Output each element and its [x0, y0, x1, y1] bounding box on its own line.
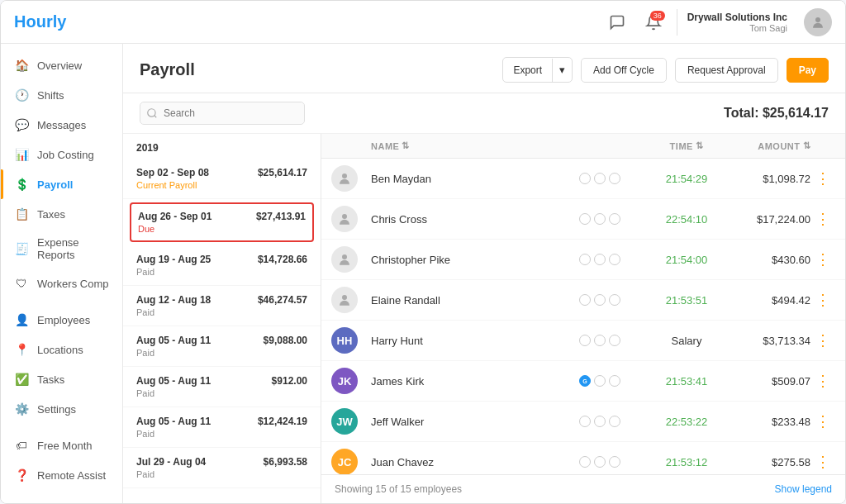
table-row[interactable]: Christopher Pike21:54:00$430.60⋮ — [321, 240, 845, 280]
employee-dot[interactable] — [579, 213, 591, 225]
add-off-cycle-button[interactable]: Add Off Cycle — [581, 58, 667, 83]
employee-dot[interactable] — [594, 335, 606, 346]
sidebar-item-payroll[interactable]: 💲 Payroll — [1, 169, 122, 199]
search-input[interactable] — [140, 102, 305, 125]
sort-name-icon[interactable]: ⇅ — [402, 140, 410, 151]
payroll-period-5[interactable]: Aug 05 - Aug 11 Paid $9,088.00 — [123, 326, 321, 367]
employee-dot[interactable] — [594, 254, 606, 265]
table-row[interactable]: JCJuan Chavez21:53:12$275.58⋮ — [321, 442, 845, 474]
employee-time: 21:53:51 — [645, 294, 728, 307]
export-label[interactable]: Export — [503, 59, 553, 82]
payroll-period-6[interactable]: Aug 05 - Aug 11 Paid $912.00 — [123, 367, 321, 407]
sidebar-item-employees[interactable]: 👤 Employees — [1, 305, 122, 335]
payroll-period-1[interactable]: Sep 02 - Sep 08 Current Payroll $25,614.… — [123, 159, 321, 199]
table-row[interactable]: JWJeff Walker22:53:22$233.48⋮ — [321, 402, 845, 442]
employee-dot[interactable] — [609, 335, 620, 346]
employee-dot[interactable] — [579, 254, 591, 265]
sidebar-item-expense-reports[interactable]: 🧾 Expense Reports — [1, 229, 122, 269]
export-caret-icon[interactable]: ▾ — [553, 58, 572, 82]
sidebar-item-free-month[interactable]: 🏷 Free Month — [1, 430, 122, 460]
employee-avatar: HH — [331, 327, 358, 354]
sidebar-item-messages[interactable]: 💬 Messages — [1, 110, 122, 140]
sidebar-label-overview: Overview — [37, 59, 82, 72]
employee-dot[interactable] — [579, 294, 591, 306]
sidebar-gap2 — [1, 424, 122, 430]
payroll-date-1: Sep 02 - Sep 08 — [136, 167, 209, 178]
table-row[interactable]: Chris Cross22:54:10$17,224.00⋮ — [321, 199, 845, 240]
payroll-date-2: Aug 26 - Sep 01 — [138, 211, 212, 222]
employee-dot[interactable] — [594, 375, 606, 387]
employee-dot[interactable] — [579, 416, 591, 427]
expense-icon: 🧾 — [14, 241, 29, 256]
user-avatar[interactable] — [804, 8, 832, 36]
employee-menu-icon[interactable]: ⋮ — [810, 210, 835, 228]
employee-time: 21:54:00 — [645, 254, 728, 266]
payroll-period-2[interactable]: Aug 26 - Sep 01 Due $27,413.91 — [130, 202, 314, 242]
employee-menu-icon[interactable]: ⋮ — [810, 169, 835, 188]
table-row[interactable]: Ben Maydan21:54:29$1,098.72⋮ — [321, 159, 845, 199]
employee-dot[interactable] — [579, 335, 591, 346]
table-body: Ben Maydan21:54:29$1,098.72⋮Chris Cross2… — [321, 159, 845, 474]
sidebar-item-locations[interactable]: 📍 Locations — [1, 335, 122, 364]
payroll-period-7[interactable]: Aug 05 - Aug 11 Paid $12,424.19 — [123, 407, 321, 448]
employee-menu-icon[interactable]: ⋮ — [810, 291, 835, 309]
payroll-status-7: Paid — [136, 429, 211, 439]
employee-menu-icon[interactable]: ⋮ — [810, 372, 835, 390]
employee-dot[interactable] — [609, 375, 620, 387]
sidebar-item-remote-assist[interactable]: ❓ Remote Assist — [1, 460, 122, 490]
sidebar-item-overview[interactable]: 🏠 Overview — [1, 50, 122, 80]
payroll-date-6: Aug 05 - Aug 11 — [136, 375, 211, 387]
employee-dots — [579, 456, 645, 468]
pay-button[interactable]: Pay — [787, 58, 829, 83]
location-icon: 📍 — [14, 342, 29, 357]
employee-menu-icon[interactable]: ⋮ — [810, 331, 835, 349]
sidebar-item-shifts[interactable]: 🕐 Shifts — [1, 80, 122, 110]
shield-icon: 🛡 — [14, 276, 29, 291]
employee-time: 22:54:10 — [645, 213, 728, 226]
employee-dots — [579, 173, 645, 184]
sort-amount-icon[interactable]: ⇅ — [803, 140, 811, 151]
employee-dot[interactable] — [594, 294, 606, 306]
sidebar-item-tasks[interactable]: ✅ Tasks — [1, 364, 122, 394]
payroll-amount-3: $14,728.66 — [258, 254, 307, 265]
payroll-period-4[interactable]: Aug 12 - Aug 18 Paid $46,274.57 — [123, 286, 321, 326]
request-approval-button[interactable]: Request Approval — [675, 58, 778, 83]
employee-dot[interactable]: G — [579, 375, 591, 387]
sidebar-item-settings[interactable]: ⚙️ Settings — [1, 394, 122, 424]
employee-menu-icon[interactable]: ⋮ — [810, 453, 835, 471]
employee-menu-icon[interactable]: ⋮ — [810, 412, 835, 430]
employee-dots — [579, 294, 645, 306]
company-name: Drywall Solutions Inc — [687, 12, 787, 23]
sidebar-item-workers-comp[interactable]: 🛡 Workers Comp — [1, 269, 122, 298]
notification-icon[interactable]: 36 — [640, 9, 667, 36]
employee-dot[interactable] — [609, 213, 620, 225]
table-row[interactable]: Elaine Randall21:53:51$494.42⋮ — [321, 280, 845, 321]
employee-dot[interactable] — [579, 173, 591, 184]
sort-time-icon[interactable]: ⇅ — [696, 140, 704, 151]
employee-dot[interactable] — [609, 416, 620, 427]
employee-dot[interactable] — [579, 456, 591, 468]
employee-name: Harry Hunt — [371, 335, 579, 347]
employee-dot[interactable] — [594, 456, 606, 468]
employee-dot[interactable] — [609, 456, 620, 468]
table-row[interactable]: JKJames KirkG21:53:41$509.07⋮ — [321, 361, 845, 402]
svg-point-6 — [342, 295, 347, 300]
payroll-period-3[interactable]: Aug 19 - Aug 25 Paid $14,728.66 — [123, 245, 321, 286]
employee-dot[interactable] — [609, 294, 620, 306]
employee-dot[interactable] — [594, 416, 606, 427]
export-button[interactable]: Export ▾ — [502, 57, 573, 83]
payroll-period-8[interactable]: Jul 29 - Aug 04 Paid $6,993.58 — [123, 448, 321, 488]
employee-dot[interactable] — [594, 173, 606, 184]
employee-dot[interactable] — [609, 254, 620, 265]
employee-menu-icon[interactable]: ⋮ — [810, 250, 835, 269]
employee-amount: $17,224.00 — [728, 213, 810, 226]
header-divider — [677, 9, 677, 36]
sidebar-item-job-costing[interactable]: 📊 Job Costing — [1, 140, 122, 169]
sidebar-item-taxes[interactable]: 📋 Taxes — [1, 199, 122, 229]
show-legend-link[interactable]: Show legend — [775, 483, 832, 495]
employee-dot[interactable] — [594, 213, 606, 225]
chat-icon[interactable] — [604, 9, 630, 36]
employee-dot[interactable] — [609, 173, 620, 184]
sidebar-label-remote-assist: Remote Assist — [37, 469, 106, 482]
table-row[interactable]: HHHarry HuntSalary$3,713.34⋮ — [321, 321, 845, 361]
